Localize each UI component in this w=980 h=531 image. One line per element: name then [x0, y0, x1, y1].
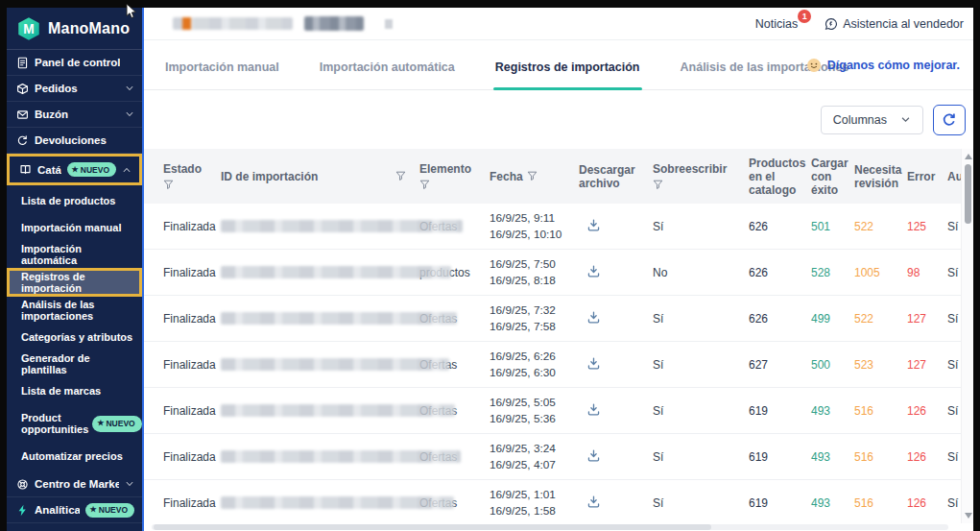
- cell-necesita-revision[interactable]: 1005: [854, 266, 907, 279]
- table-row[interactable]: Finalizadaproductos16/9/25, 7:5016/9/25,…: [144, 250, 961, 296]
- filter-icon[interactable]: [527, 171, 538, 181]
- tab-registros-de-importaci-n[interactable]: Registros de importación: [493, 60, 642, 89]
- column-header-cargar: Cargar con éxito: [811, 157, 854, 197]
- star-icon: ★: [97, 420, 104, 427]
- download-icon[interactable]: [586, 402, 601, 417]
- cell-cargar-exito[interactable]: 493: [811, 450, 854, 464]
- nuevo-badge: ★NUEVO: [92, 416, 141, 432]
- sidebar-item-catalogo[interactable]: Catálogo★NUEVO: [10, 157, 139, 182]
- column-header-fecha: Fecha: [490, 170, 579, 183]
- cell-error[interactable]: 127: [907, 312, 947, 326]
- sidebar-item-administracion[interactable]: Administración: [7, 523, 142, 531]
- table-header-row: EstadoID de importaciónElementoFechaDesc…: [144, 149, 961, 204]
- filter-icon[interactable]: [653, 180, 663, 190]
- horizontal-scrollbar[interactable]: [152, 524, 948, 530]
- cell-cargar-exito[interactable]: 493: [811, 404, 854, 418]
- vertical-scrollbar[interactable]: [961, 149, 973, 523]
- cell-necesita-revision[interactable]: 516: [854, 404, 907, 418]
- cell-necesita-revision[interactable]: 516: [854, 496, 907, 510]
- cell-cargar-exito[interactable]: 500: [811, 358, 854, 372]
- tab-importaci-n-autom-tica[interactable]: Importación automática: [318, 60, 457, 89]
- sidebar: M ManoMano Panel de controlPedidosBuzónD…: [7, 8, 144, 531]
- cell-error[interactable]: 126: [907, 450, 947, 464]
- download-icon[interactable]: [586, 356, 601, 371]
- redacted-text: [221, 312, 457, 325]
- cell-cargar-exito[interactable]: 501: [811, 220, 854, 233]
- chevron-down-icon: [900, 114, 911, 125]
- vertical-scroll-thumb[interactable]: [965, 164, 971, 224]
- cell-productos: 627: [749, 358, 811, 372]
- sidebar-item-label: Centro de Marketing: [35, 478, 119, 490]
- table-row[interactable]: FinalizadaOfertas16/9/25, 1:0116/9/25, 1…: [144, 480, 961, 523]
- sidebar-subitem-lista-de-marcas[interactable]: Lista de marcas: [7, 377, 142, 404]
- cell-necesita-revision[interactable]: 522: [854, 312, 907, 326]
- scroll-down-arrow[interactable]: [965, 513, 972, 519]
- cell-sobreescribir: Sí: [653, 312, 749, 326]
- cell-error[interactable]: 98: [907, 266, 947, 279]
- brand-logo[interactable]: M ManoMano: [7, 8, 142, 50]
- table-row[interactable]: FinalizadaOfertas16/9/25, 7:3216/9/25, 7…: [144, 296, 961, 342]
- cell-error[interactable]: 125: [907, 220, 947, 233]
- assistance-link[interactable]: Asistencia al vendedor: [825, 17, 964, 31]
- catalog-submenu: Lista de productosImportación manualImpo…: [7, 185, 142, 471]
- sidebar-subitem-importacion-automatica[interactable]: Importación automática: [7, 241, 142, 268]
- cell-fecha: 16/9/25, 9:1116/9/25, 10:10: [490, 210, 579, 243]
- sidebar-subitem-lista-de-productos[interactable]: Lista de productos: [7, 187, 142, 214]
- refresh-button[interactable]: [933, 105, 966, 135]
- cell-necesita-revision[interactable]: 523: [854, 358, 907, 372]
- sidebar-subitem-product-opportunities[interactable]: Product opportunities★NUEVO: [7, 404, 142, 443]
- filter-icon[interactable]: [163, 180, 174, 190]
- cell-necesita-revision[interactable]: 522: [854, 220, 907, 233]
- sidebar-subitem-registros-de-importacion[interactable]: Registros de importación: [7, 268, 142, 297]
- sidebar-item-buzon[interactable]: Buzón: [7, 102, 142, 128]
- sidebar-item-centro-de-marketing[interactable]: Centro de Marketing: [7, 471, 142, 497]
- column-header-id: ID de importación: [221, 170, 419, 183]
- table-toolbar: Columnas: [144, 90, 973, 149]
- sidebar-item-panel-de-control[interactable]: Panel de control: [7, 50, 142, 76]
- sidebar-item-analiticas[interactable]: Analíticas★NUEVO: [7, 497, 142, 523]
- tab-importaci-n-manual[interactable]: Importación manual: [163, 60, 281, 89]
- noticias-link[interactable]: Noticias 1: [755, 17, 803, 31]
- sidebar-item-devoluciones[interactable]: Devoluciones: [7, 128, 142, 154]
- table-row[interactable]: FinalizadaOfertas16/9/25, 3:2416/9/25, 4…: [144, 434, 961, 480]
- download-icon[interactable]: [586, 310, 601, 325]
- column-label: Fecha: [490, 170, 523, 183]
- download-icon[interactable]: [586, 448, 601, 463]
- chevron-down-icon: [125, 109, 134, 119]
- cell-cargar-exito[interactable]: 528: [811, 266, 854, 279]
- cell-fecha: 16/9/25, 7:5016/9/25, 8:18: [490, 256, 579, 289]
- cell-sobreescribir: Sí: [653, 404, 749, 418]
- cell-estado: Finalizada: [163, 404, 221, 418]
- scroll-up-arrow[interactable]: [965, 154, 972, 159]
- cell-cargar-exito[interactable]: 493: [811, 496, 854, 510]
- table-row[interactable]: FinalizadaOfertas16/9/25, 9:1116/9/25, 1…: [144, 204, 961, 250]
- cell-cargar-exito[interactable]: 499: [811, 312, 854, 326]
- filter-icon[interactable]: [395, 171, 406, 181]
- sidebar-subitem-label: Análisis de las importaciones: [21, 299, 136, 322]
- download-icon[interactable]: [586, 264, 601, 278]
- filter-icon[interactable]: [419, 180, 430, 190]
- analytics-icon: [16, 504, 29, 517]
- cell-error[interactable]: 127: [907, 358, 947, 372]
- sidebar-item-pedidos[interactable]: Pedidos: [7, 76, 142, 102]
- sidebar-subitem-importacion-manual[interactable]: Importación manual: [7, 214, 142, 241]
- sidebar-subitem-generador-de-plantillas[interactable]: Generador de plantillas: [7, 350, 142, 377]
- download-icon[interactable]: [586, 495, 601, 509]
- cell-error[interactable]: 126: [907, 404, 947, 418]
- cell-import-id-redacted: [221, 312, 419, 325]
- columns-dropdown[interactable]: Columnas: [821, 106, 923, 134]
- cell-error[interactable]: 126: [907, 496, 947, 510]
- sidebar-subitem-analisis-importaciones[interactable]: Análisis de las importaciones: [7, 297, 142, 324]
- horizontal-scroll-thumb[interactable]: [154, 524, 711, 530]
- download-icon[interactable]: [586, 218, 601, 232]
- cell-fecha: 16/9/25, 1:0116/9/25, 1:58: [490, 487, 579, 519]
- sidebar-subitem-automatizar-precios[interactable]: Automatizar precios: [7, 443, 142, 470]
- sidebar-subitem-categorias-y-atributos[interactable]: Categorías y atributos: [7, 324, 142, 350]
- sidebar-subitem-label: Product opportunities: [21, 412, 88, 435]
- table-row[interactable]: FinalizadaOfertas16/9/25, 5:0516/9/25, 5…: [144, 388, 961, 434]
- feedback-link[interactable]: Díganos cómo mejorar.: [806, 58, 960, 73]
- table-row[interactable]: FinalizadaOfertas16/9/25, 6:2616/9/25, 6…: [144, 342, 961, 388]
- cell-necesita-revision[interactable]: 516: [854, 450, 907, 464]
- cell-auto: Sí: [947, 220, 961, 233]
- column-label: Necesita revisión: [854, 163, 901, 190]
